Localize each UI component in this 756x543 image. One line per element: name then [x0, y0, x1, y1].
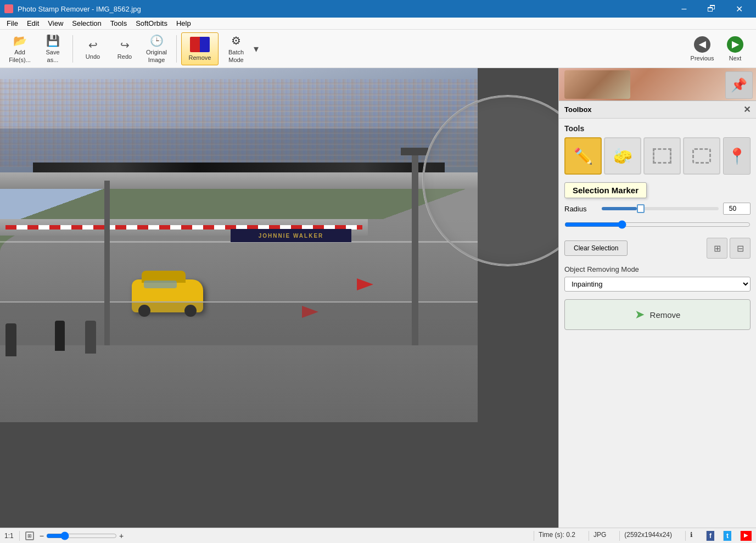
add-files-icon	[13, 33, 27, 48]
previous-label: Previous	[691, 55, 714, 61]
radius-range-slider[interactable]	[564, 220, 751, 229]
menu-edit[interactable]: Edit	[23, 18, 43, 29]
maximize-button[interactable]: 🗗	[699, 0, 724, 18]
next-button[interactable]: ▶ Next	[719, 32, 752, 65]
dimensions-label: (2592x1944x24)	[619, 531, 676, 541]
menu-softorbits[interactable]: SoftOrbits	[131, 18, 172, 29]
radius-section: Radius	[564, 203, 751, 231]
tool-buttons-row: ✏️ 🧽 📍	[564, 137, 751, 175]
selection-icon-row: ⊞ ⊟	[707, 238, 751, 259]
next-circle: ▶	[727, 36, 743, 53]
pit-area	[0, 301, 478, 345]
add-files-label: AddFile(s)...	[9, 49, 31, 63]
radius-slider-container	[564, 220, 751, 231]
lamp-post-1	[412, 153, 418, 345]
time-label: Time (s):	[539, 531, 564, 539]
undo-button[interactable]: Undo	[77, 32, 108, 65]
lasso-tool-button[interactable]	[683, 137, 720, 175]
zoom-in-icon[interactable]: +	[119, 531, 124, 540]
previous-button[interactable]: ◀ Previous	[686, 32, 719, 65]
menu-view[interactable]: View	[43, 18, 68, 29]
window-title: Photo Stamp Remover - IMG_8562.jpg	[18, 5, 141, 13]
original-icon	[150, 33, 164, 48]
stamp-tool-icon[interactable]: 📍	[723, 137, 751, 175]
toolbox-close-button[interactable]: ✕	[743, 104, 751, 115]
undo-icon	[88, 38, 98, 52]
rect-select-tool-button[interactable]	[643, 137, 681, 175]
app-icon	[4, 4, 13, 13]
minimize-button[interactable]: –	[671, 0, 697, 18]
batch-dropdown-icon[interactable]: ▾	[254, 43, 259, 55]
toolbox-top-image: 📌	[559, 68, 756, 101]
eraser-tool-button[interactable]: 🧽	[604, 137, 641, 175]
mode-section-label: Object Removing Mode	[564, 265, 751, 273]
marker-icon: ✏️	[574, 147, 593, 165]
facebook-button[interactable]: f	[706, 531, 714, 541]
select-all-icon-button[interactable]: ⊞	[707, 238, 727, 259]
eraser-preview	[564, 70, 630, 99]
time-value: 0.2	[566, 531, 575, 539]
menu-help[interactable]: Help	[172, 18, 195, 29]
toolbar-nav: ◀ Previous ▶ Next	[686, 32, 752, 65]
toolbar-group-edit: Undo Redo OriginalImage	[77, 32, 172, 65]
close-button[interactable]: ✕	[726, 0, 752, 18]
menu-tools[interactable]: Tools	[106, 18, 131, 29]
remove-action-button[interactable]: ➤ Remove	[564, 299, 751, 330]
racetrack-background: JOHNNIE WALKER	[0, 68, 478, 422]
undo-label: Undo	[86, 53, 100, 60]
remove-icon	[190, 37, 210, 52]
radius-slider-thumb[interactable]	[637, 204, 645, 213]
fit-icon[interactable]: ⊞	[25, 531, 34, 540]
remove-button-toolbar[interactable]: Remove	[181, 32, 219, 65]
redo-icon	[120, 38, 130, 52]
add-files-button[interactable]: AddFile(s)...	[4, 32, 35, 65]
zoom-slider[interactable]	[46, 531, 117, 540]
pit-person-2	[55, 321, 65, 351]
zoom-ratio: 1:1	[4, 532, 14, 540]
save-as-button[interactable]: Saveas...	[37, 32, 68, 65]
save-icon	[46, 33, 60, 48]
original-label: OriginalImage	[146, 49, 167, 63]
youtube-button[interactable]: ▶	[740, 531, 752, 541]
batch-icon	[231, 33, 241, 48]
invert-selection-icon: ⊟	[737, 243, 744, 254]
prev-arrow-icon: ◀	[699, 39, 705, 49]
original-image-button[interactable]: OriginalImage	[141, 32, 172, 65]
menu-selection[interactable]: Selection	[68, 18, 105, 29]
prev-circle: ◀	[694, 36, 710, 53]
batch-mode-button[interactable]: BatchMode	[221, 32, 251, 65]
redo-label: Redo	[117, 53, 132, 60]
menu-bar: File Edit View Selection Tools SoftOrbit…	[0, 18, 756, 30]
twitter-button[interactable]: t	[723, 531, 731, 541]
toolbar-sep-1	[72, 35, 73, 63]
select-all-icon: ⊞	[714, 243, 721, 254]
radius-label: Radius	[564, 205, 597, 213]
mode-dropdown[interactable]: Inpainting Smart Fill Pattern	[564, 277, 751, 292]
title-bar-left: Photo Stamp Remover - IMG_8562.jpg	[4, 4, 141, 13]
status-sep-1	[19, 531, 20, 541]
mode-section: Object Removing Mode Inpainting Smart Fi…	[564, 265, 751, 299]
status-info: Time (s): 0.2 JPG (2592x1944x24) ℹ f t ▶	[534, 531, 752, 541]
image-area[interactable]: JOHNNIE WALKER	[0, 68, 558, 528]
marker-tool-button[interactable]: ✏️	[564, 137, 602, 175]
tooltip-container: Selection Marker	[564, 182, 751, 198]
radius-value-input[interactable]	[723, 203, 751, 215]
status-bar: 1:1 ⊞ − + Time (s): 0.2 JPG (2592x1944x2…	[0, 528, 756, 543]
pit-person-1	[5, 323, 16, 356]
time-section: Time (s): 0.2	[534, 531, 580, 541]
info-icon[interactable]: ℹ	[685, 531, 697, 541]
menu-file[interactable]: File	[2, 18, 23, 29]
zoom-out-icon[interactable]: −	[40, 531, 44, 540]
invert-selection-icon-button[interactable]: ⊟	[730, 238, 751, 259]
sponsor-banner: JOHNNIE WALKER	[231, 229, 351, 242]
pit-person-3	[85, 321, 96, 354]
remove-label: Remove	[189, 54, 211, 61]
rect-select-icon	[653, 148, 671, 164]
remove-action-label: Remove	[650, 310, 681, 320]
zoom-control: − +	[40, 531, 124, 540]
toolbox-header: Toolbox ✕	[559, 101, 756, 119]
clear-selection-button[interactable]: Clear Selection	[564, 240, 628, 256]
redo-button[interactable]: Redo	[109, 32, 140, 65]
toolbar-sep-2	[176, 35, 177, 63]
save-label: Saveas...	[46, 49, 59, 63]
